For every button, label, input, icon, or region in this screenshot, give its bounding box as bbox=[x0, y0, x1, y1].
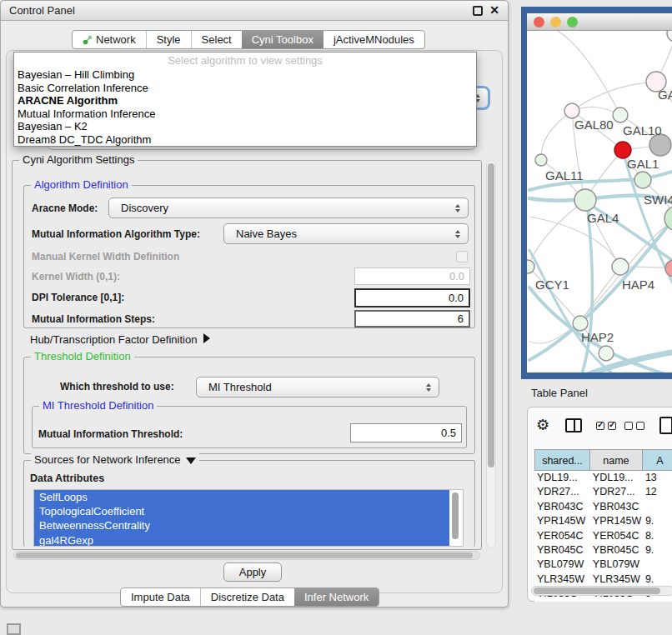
table-cell: YLR345W bbox=[534, 572, 590, 587]
algorithm-option[interactable]: ARACNE Algorithm bbox=[14, 94, 476, 108]
network-node[interactable] bbox=[667, 31, 672, 42]
column-header-shared[interactable]: shared... bbox=[534, 449, 590, 471]
column-header-name[interactable]: name bbox=[590, 449, 643, 471]
network-node[interactable] bbox=[634, 172, 651, 188]
table-cell: 9. bbox=[643, 572, 672, 587]
list-scrollbar[interactable] bbox=[451, 492, 459, 543]
data-attribute-item[interactable]: TopologicalCoefficient bbox=[34, 504, 449, 518]
network-node[interactable] bbox=[564, 103, 579, 118]
column-header-A[interactable]: A bbox=[643, 449, 672, 471]
minimize-traffic-light[interactable] bbox=[550, 17, 561, 28]
tab-infer-network[interactable]: Infer Network bbox=[294, 588, 379, 606]
network-node[interactable] bbox=[612, 258, 629, 275]
table-row[interactable]: YDL19...YDL19...13 bbox=[534, 471, 672, 485]
tab-label: Impute Data bbox=[131, 588, 190, 606]
mi-threshold-field[interactable]: 0.5 bbox=[350, 423, 462, 442]
split-columns-icon[interactable] bbox=[565, 418, 582, 432]
algorithm-option[interactable]: Dream8 DC_TDC Algorithm bbox=[14, 133, 476, 147]
table-row[interactable]: YER054CYER054C8. bbox=[534, 529, 672, 543]
mi-steps-field[interactable]: 6 bbox=[354, 310, 470, 328]
table-row[interactable]: YBR045CYBR045C9. bbox=[534, 543, 672, 558]
table-row[interactable]: YBL079WYBL079W bbox=[534, 558, 672, 572]
aracne-mode-select[interactable]: Discovery bbox=[108, 198, 469, 218]
network-node[interactable] bbox=[535, 154, 547, 166]
node-label[interactable]: HAP4 bbox=[622, 278, 654, 292]
horizontal-scrollbar[interactable] bbox=[13, 551, 480, 560]
data-attributes-label: Data Attributes bbox=[30, 472, 104, 484]
hub-definition-toggle[interactable]: Hub/Transcription Factor Definition bbox=[30, 333, 210, 346]
node-label[interactable]: GAL4 bbox=[587, 211, 619, 225]
node-label[interactable]: SWI4 bbox=[644, 192, 672, 207]
combo-arrows-icon bbox=[426, 383, 431, 392]
network-node[interactable] bbox=[573, 316, 588, 331]
network-node[interactable] bbox=[527, 260, 534, 273]
which-threshold-label: Which threshold to use: bbox=[60, 381, 174, 392]
which-threshold-select[interactable]: MI Threshold bbox=[196, 377, 439, 398]
tab-jactivemnodules[interactable]: jActiveMNodules bbox=[323, 31, 424, 48]
control-panel-titlebar[interactable]: Control Panel ✕ bbox=[1, 1, 508, 21]
which-threshold-value: MI Threshold bbox=[208, 378, 272, 397]
close-traffic-light[interactable] bbox=[534, 17, 544, 28]
node-label[interactable]: HAP2 bbox=[581, 330, 614, 344]
data-attribute-item[interactable]: BetweennessCentrality bbox=[34, 518, 449, 532]
manual-kernel-checkbox[interactable] bbox=[456, 251, 468, 262]
cyni-bottom-tabs: Impute DataDiscretize DataInfer Network bbox=[120, 588, 379, 607]
table-cell: YER054C bbox=[534, 529, 590, 543]
table-cell bbox=[643, 500, 672, 514]
data-attributes-list[interactable]: SelfLoopsTopologicalCoefficientBetweenne… bbox=[33, 489, 464, 547]
data-attribute-item[interactable]: gal4RGexp bbox=[34, 533, 449, 547]
table-row[interactable]: YLR345WYLR345W9. bbox=[534, 572, 672, 587]
node-label[interactable]: GAL10 bbox=[623, 123, 662, 138]
group-title: MI Threshold Definition bbox=[39, 399, 157, 412]
node-label[interactable]: GCY1 bbox=[535, 278, 569, 292]
tab-discretize-data[interactable]: Discretize Data bbox=[200, 588, 294, 606]
dpi-tolerance-field[interactable]: 0.0 bbox=[354, 288, 470, 308]
data-attribute-item[interactable]: SelfLoops bbox=[34, 490, 449, 504]
network-node[interactable] bbox=[614, 142, 631, 158]
network-canvas[interactable]: GALGAL80GAL10GAL1GAL11GAL4SWI4HAP4YGCY1H… bbox=[527, 31, 672, 372]
document-icon[interactable] bbox=[659, 417, 672, 434]
node-label[interactable]: GAL bbox=[658, 88, 672, 102]
hub-definition-label: Hub/Transcription Factor Definition bbox=[30, 333, 197, 346]
mi-type-label: Mutual Information Algorithm Type: bbox=[32, 228, 200, 240]
table-row[interactable]: YBR043CYBR043C bbox=[534, 500, 672, 514]
gear-icon[interactable]: ⚙ bbox=[536, 416, 549, 434]
kernel-width-field[interactable]: 0.0 bbox=[354, 268, 470, 285]
node-label[interactable]: GAL11 bbox=[545, 168, 584, 182]
select-all-icon[interactable] bbox=[596, 422, 616, 430]
expanded-arrow-icon bbox=[186, 458, 196, 464]
tab-cyni-toolbox[interactable]: Cyni Toolbox bbox=[242, 31, 323, 48]
network-node[interactable] bbox=[599, 346, 614, 361]
network-node[interactable] bbox=[574, 189, 596, 211]
apply-button[interactable]: Apply bbox=[223, 562, 282, 582]
algorithm-option[interactable]: Bayesian – K2 bbox=[14, 120, 476, 133]
tab-network[interactable]: Network bbox=[73, 31, 146, 48]
algorithm-option[interactable]: Bayesian – Hill Climbing bbox=[14, 68, 476, 82]
algorithm-option[interactable]: Basic Correlation Inference bbox=[14, 82, 476, 95]
minimized-panel-icon[interactable] bbox=[7, 623, 21, 635]
network-edge bbox=[580, 267, 620, 323]
algorithm-option[interactable]: Mutual Information Inference bbox=[14, 108, 476, 121]
table-horizontal-scrollbar[interactable] bbox=[531, 586, 672, 596]
mi-algorithm-type-select[interactable]: Naive Bayes bbox=[223, 223, 469, 244]
table-cell: YER054C bbox=[590, 529, 643, 543]
zoom-traffic-light[interactable] bbox=[567, 17, 578, 28]
node-label[interactable]: GAL80 bbox=[574, 118, 614, 132]
node-label[interactable]: GAL1 bbox=[627, 157, 659, 171]
group-title: Algorithm Definition bbox=[31, 178, 132, 191]
close-icon[interactable]: ✕ bbox=[489, 3, 499, 17]
table-row[interactable]: YDR27...YDR27...12 bbox=[534, 485, 672, 499]
network-node[interactable] bbox=[665, 260, 672, 277]
tab-select[interactable]: Select bbox=[191, 31, 242, 48]
network-window-titlebar[interactable] bbox=[527, 13, 672, 31]
table-row[interactable]: YPR145WYPR145W9. bbox=[534, 514, 672, 528]
sources-toggle[interactable]: Sources for Network Inference bbox=[31, 453, 199, 466]
deselect-all-icon[interactable] bbox=[624, 422, 644, 430]
tab-impute-data[interactable]: Impute Data bbox=[121, 588, 200, 606]
vertical-scrollbar[interactable] bbox=[486, 160, 496, 548]
node-table[interactable]: shared...nameAYDL19...YDL19...13YDR27...… bbox=[534, 449, 672, 602]
table-cell bbox=[643, 558, 672, 572]
network-node[interactable] bbox=[613, 108, 628, 122]
float-window-icon[interactable] bbox=[473, 6, 483, 16]
tab-style[interactable]: Style bbox=[146, 31, 191, 48]
